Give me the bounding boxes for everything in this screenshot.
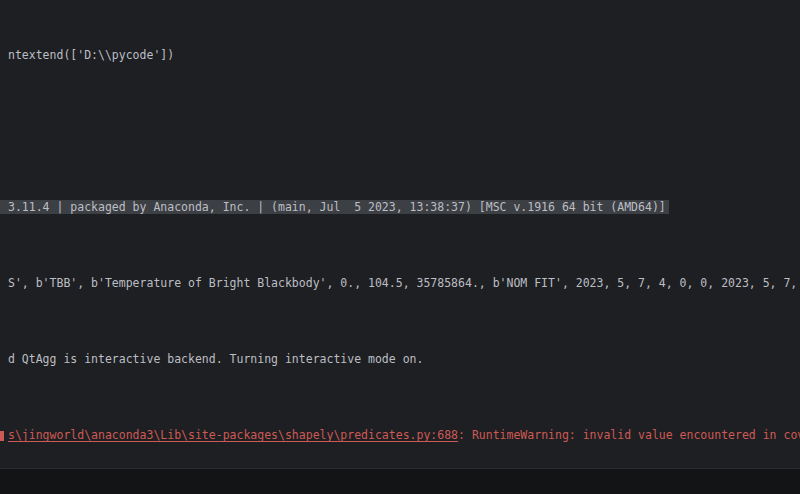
console-line: S', b'TBB', b'Temperature of Bright Blac… [0,274,800,293]
console-line-warning: s\jingworld\anaconda3\Lib\site-packages\… [0,426,800,445]
file-link[interactable]: s\jingworld\anaconda3\Lib\site-packages\… [8,428,458,442]
stdout-text: ntextend(['D:\\pycode']) [8,48,174,62]
stderr-text: : RuntimeWarning: invalid value encounte… [458,428,800,442]
stdout-text: S', b'TBB', b'Temperature of Bright Blac… [8,276,797,290]
console-line: ntextend(['D:\\pycode']) [0,46,800,65]
python-console-output[interactable]: ntextend(['D:\\pycode']) 3.11.4 | packag… [0,0,800,494]
console-line-blank [0,122,800,141]
console-line-python-version: 3.11.4 | packaged by Anaconda, Inc. | (m… [0,198,800,217]
console-line: d QtAgg is interactive backend. Turning … [0,350,800,369]
clipped-char-fragment [0,431,4,441]
stdout-text: d QtAgg is interactive backend. Turning … [8,352,423,366]
selected-text: 3.11.4 | packaged by Anaconda, Inc. | (m… [8,200,669,214]
console-input-line[interactable]: In [3]: [0,468,800,494]
